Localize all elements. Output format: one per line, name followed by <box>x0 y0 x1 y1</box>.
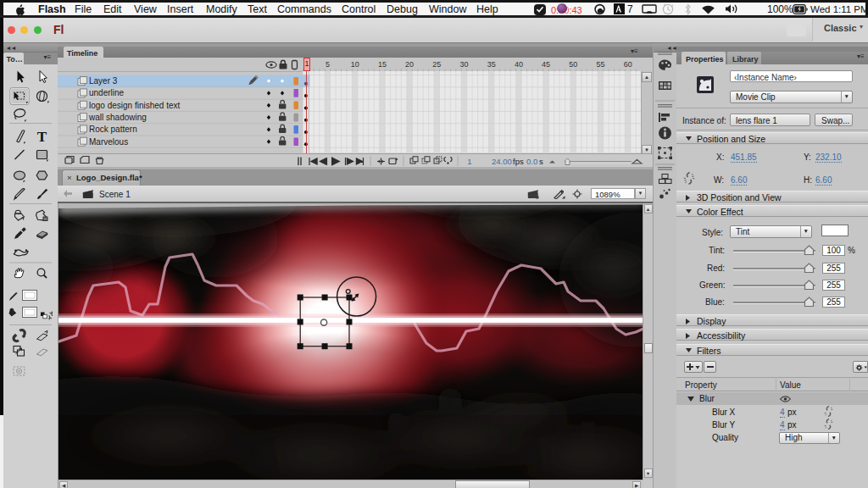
svg-text:fps: fps <box>513 157 524 166</box>
svg-text:s: s <box>539 157 543 166</box>
svg-text:0.0: 0.0 <box>526 157 537 166</box>
svg-text:24.00: 24.00 <box>492 157 512 166</box>
svg-text:1: 1 <box>467 157 471 166</box>
svg-text:T: T <box>36 129 47 145</box>
